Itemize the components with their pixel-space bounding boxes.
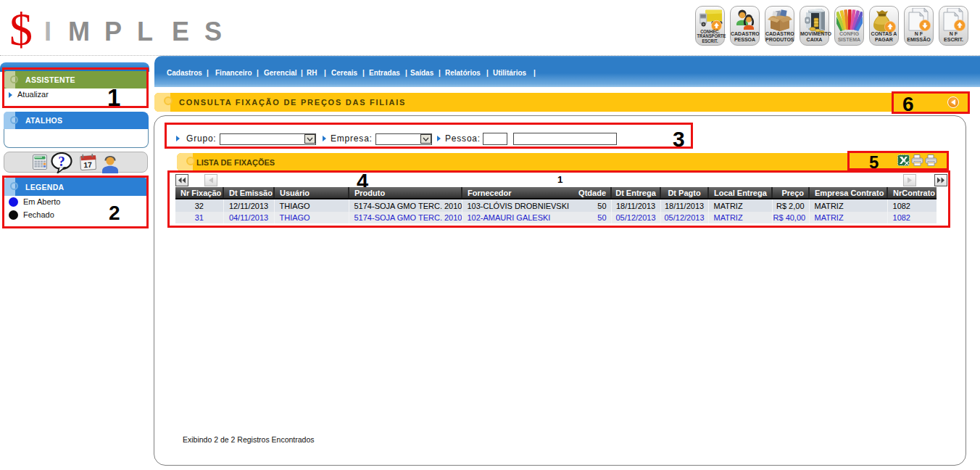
svg-text:?: ? <box>58 154 65 169</box>
svg-text:17: 17 <box>83 160 92 170</box>
